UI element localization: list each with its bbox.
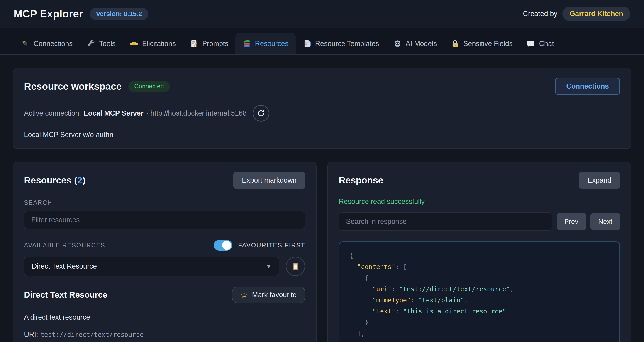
uri-value: test://direct/text/resource: [40, 331, 144, 338]
favourites-first-group: FAVOURITES FIRST: [214, 240, 305, 251]
tab-prompts[interactable]: Prompts: [183, 33, 236, 54]
resources-panel: Resources (2) Export markdown SEARCH AVA…: [13, 162, 316, 342]
panels-grid: Resources (2) Export markdown SEARCH AVA…: [13, 162, 631, 342]
favourites-first-toggle[interactable]: [214, 240, 232, 251]
code-line: "mimeType": "text/plain",: [350, 295, 609, 306]
search-in-response-input[interactable]: [339, 212, 552, 231]
resources-title: Resources (2): [24, 175, 86, 186]
books-icon: [242, 39, 251, 48]
export-markdown-button[interactable]: Export markdown: [233, 172, 305, 189]
code-line: "_meta": null: [350, 339, 609, 342]
code-line: }: [350, 317, 609, 328]
favourites-first-label: FAVOURITES FIRST: [238, 242, 305, 249]
code-line: "text": "This is a direct resource": [350, 306, 609, 317]
tab-ai-models[interactable]: AI Models: [386, 33, 444, 54]
chevron-down-icon: ▼: [266, 263, 272, 270]
mark-favourite-button[interactable]: ☆ Mark favourite: [232, 287, 305, 303]
mark-favourite-label: Mark favourite: [252, 291, 296, 299]
response-panel-header: Response Expand: [339, 172, 620, 189]
tab-label: AI Models: [406, 40, 437, 48]
workspace-title: Resource workspace: [24, 81, 122, 92]
copy-resource-button[interactable]: [286, 257, 305, 276]
resource-detail-header: Direct Text Resource ☆ Mark favourite: [24, 287, 305, 303]
available-resources-label: AVAILABLE RESOURCES: [24, 242, 105, 249]
resource-select[interactable]: Direct Text Resource ▼: [24, 257, 279, 276]
tab-label: Chat: [539, 40, 554, 48]
tab-label: Sensitive Fields: [463, 40, 512, 48]
active-connection-row: Active connection: Local MCP Server · ht…: [24, 105, 620, 122]
chat-icon: [526, 39, 535, 48]
tab-chat[interactable]: Chat: [520, 33, 561, 54]
resource-workspace-card: Resource workspace Connected Connections…: [13, 68, 631, 149]
code-line: ],: [350, 328, 609, 339]
resource-select-value: Direct Text Resource: [32, 262, 97, 270]
resources-count: 2: [77, 175, 82, 185]
prev-match-button[interactable]: Prev: [557, 213, 586, 230]
tab-resource-templates[interactable]: Resource Templates: [296, 33, 386, 54]
response-search-row: Prev Next: [339, 212, 620, 231]
response-panel: Response Expand Resource read successful…: [328, 162, 631, 342]
connected-status-badge: Connected: [128, 81, 170, 92]
response-title: Response: [339, 175, 383, 186]
connections-button[interactable]: Connections: [555, 78, 620, 95]
resource-select-row: Direct Text Resource ▼: [24, 257, 305, 276]
code-line: "contents": [: [350, 261, 609, 272]
tab-label: Elicitations: [142, 40, 176, 48]
tab-resources[interactable]: Resources: [236, 33, 296, 54]
star-icon: ☆: [240, 291, 248, 299]
bookmark-tabs-icon: [303, 39, 311, 48]
refresh-icon: [257, 109, 265, 118]
active-connection-label: Active connection:: [24, 109, 81, 117]
tab-bar: ConnectionsToolsElicitationsPromptsResou…: [0, 28, 644, 55]
filter-resources-input[interactable]: [24, 211, 305, 229]
next-match-button[interactable]: Next: [590, 213, 620, 230]
server-description: Local MCP Server w/o authn: [24, 131, 620, 139]
response-json[interactable]: { "contents": [ { "uri": "test://direct/…: [339, 241, 620, 342]
expand-button[interactable]: Expand: [579, 172, 620, 189]
handshake-icon: [130, 39, 138, 48]
robot-icon: [393, 39, 402, 48]
tab-label: Prompts: [202, 40, 228, 48]
tab-sensitive-fields[interactable]: Sensitive Fields: [444, 33, 520, 54]
wrench-icon: [86, 39, 95, 48]
author-badge[interactable]: Garrard Kitchen: [562, 7, 630, 21]
tab-connections[interactable]: Connections: [14, 33, 80, 54]
version-badge: version: 0.15.2: [90, 8, 148, 20]
resource-uri-row: URI:test://direct/text/resource: [24, 331, 305, 339]
header-right: Created by Garrard Kitchen: [523, 7, 630, 21]
tab-label: Resource Templates: [315, 40, 379, 48]
available-resources-row: AVAILABLE RESOURCES FAVOURITES FIRST: [24, 240, 305, 251]
workspace-header-row: Resource workspace Connected Connections: [24, 78, 620, 95]
lock-icon: [451, 39, 460, 48]
code-line: "uri": "test://direct/text/resource",: [350, 284, 609, 295]
memo-icon: [190, 39, 198, 48]
resources-panel-header: Resources (2) Export markdown: [24, 172, 305, 189]
code-line: {: [350, 272, 609, 284]
tab-label: Resources: [255, 40, 288, 48]
created-by-label: Created by: [523, 10, 558, 18]
refresh-connection-button[interactable]: [252, 105, 270, 122]
toggle-knob: [222, 241, 231, 250]
search-label: SEARCH: [24, 199, 305, 206]
uri-label: URI:: [24, 331, 38, 338]
code-line: {: [350, 250, 609, 261]
tab-label: Tools: [99, 40, 116, 48]
clipboard-icon: [291, 262, 300, 271]
server-url: · http://host.docker.internal:5168: [146, 109, 247, 117]
response-status-message: Resource read successfully: [339, 197, 620, 206]
app-header: MCP Explorer version: 0.15.2 Created by …: [0, 0, 644, 28]
main-content: Resource workspace Connected Connections…: [0, 55, 644, 342]
server-name: Local MCP Server: [84, 109, 144, 117]
tab-elicitations[interactable]: Elicitations: [123, 33, 183, 54]
tab-label: Connections: [34, 40, 72, 48]
app-title: MCP Explorer: [14, 8, 83, 20]
tab-tools[interactable]: Tools: [80, 33, 122, 54]
resource-description: A direct text resource: [24, 313, 305, 321]
resource-detail-name: Direct Text Resource: [24, 290, 107, 300]
plug-icon: [21, 39, 30, 48]
